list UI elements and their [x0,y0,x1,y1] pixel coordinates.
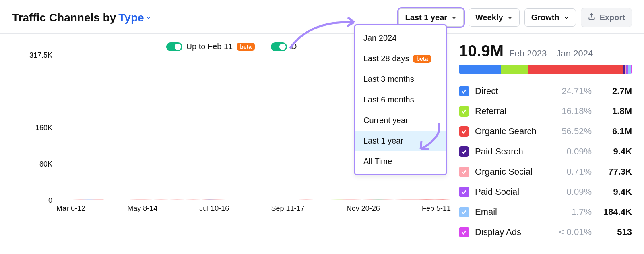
legend-value: 77.3K [592,167,632,177]
dropdown-item[interactable]: Last 6 months [355,90,446,110]
toggle-switch-icon [271,42,287,51]
header-bar: Traffic Channels by Type Last 1 year Wee… [0,0,644,34]
legend-name: Email [475,207,547,217]
legend-pct: 0.09% [547,146,592,157]
y-tick: 0 [48,196,52,205]
x-axis-labels: Mar 6-12 May 8-14 Jul 10-16 Sep 11-17 No… [56,204,451,213]
second-toggle-label: D [291,42,297,51]
legend-name: Organic Social [475,167,547,177]
export-label: Export [600,13,625,22]
legend-name: Referral [475,106,547,117]
checkbox-icon [459,207,469,217]
legend-value: 184.4K [592,207,632,217]
y-tick: 317.5K [29,51,52,60]
dropdown-item-label: Last 3 months [363,75,414,84]
share-bar-segment [628,65,631,74]
legend-list: Direct24.71%2.7MReferral16.18%1.8MOrgani… [459,81,632,242]
legend-row[interactable]: Organic Search56.52%6.1M [459,121,632,142]
y-tick: 160K [35,124,52,132]
legend-pct: < 0.01% [547,227,592,237]
dropdown-item[interactable]: Last 3 months [355,69,446,90]
legend-value: 9.4K [592,187,632,197]
legend-value: 2.7M [592,86,632,96]
beta-badge: beta [237,43,255,51]
dropdown-item-label: Jan 2024 [363,33,396,43]
interval-selector[interactable]: Weekly [469,8,520,27]
dropdown-item[interactable]: All Time [355,151,446,172]
dropdown-item[interactable]: Current year [355,110,446,131]
checkbox-icon [459,146,469,157]
dropdown-item-label: Last 28 days [363,54,409,63]
share-bar-segment [459,65,501,74]
checkbox-icon [459,126,469,137]
summary-panel: 10.9M Feb 2023 – Jan 2024 Direct24.71%2.… [455,42,632,242]
legend-name: Direct [475,86,547,96]
share-bar [459,65,632,74]
x-tick: Sep 11-17 [271,204,305,213]
legend-row[interactable]: Paid Search0.09%9.4K [459,142,632,162]
share-bar-segment [631,65,632,74]
x-tick: Jul 10-16 [199,204,229,213]
body: Up to Feb 11 beta D 317.5K 160K 80K 0 Ma… [0,34,644,246]
export-icon [588,12,596,23]
legend-value: 6.1M [592,126,632,137]
legend-name: Organic Search [475,126,547,137]
y-tick: 80K [39,160,52,169]
legend-pct: 0.71% [547,167,592,177]
timerange-label: Last 1 year [405,13,448,22]
share-bar-segment [501,65,528,74]
beta-badge: beta [413,55,431,63]
page-title: Traffic Channels by Type [12,11,151,24]
metric-label: Growth [531,13,559,22]
dropdown-item-label: Last 1 year [363,136,403,146]
checkbox-icon [459,227,469,237]
x-tick: Feb 5-11 [422,204,451,213]
dropdown-item[interactable]: Last 1 year [355,131,446,151]
legend-row[interactable]: Direct24.71%2.7M [459,81,632,101]
x-tick: Nov 20-26 [347,204,380,213]
legend-value: 513 [592,227,632,237]
uptodate-label: Up to Feb 11 [186,42,233,51]
total-range: Feb 2023 – Jan 2024 [509,48,593,59]
dropdown-item[interactable]: Jan 2024 [355,28,446,48]
legend-name: Paid Social [475,187,547,197]
legend-name: Paid Search [475,146,547,157]
uptodate-toggle[interactable]: Up to Feb 11 beta [166,42,255,51]
chevron-down-icon [507,15,513,21]
type-selector[interactable]: Type [118,11,151,24]
legend-value: 1.8M [592,106,632,117]
legend-pct: 16.18% [547,106,592,117]
interval-label: Weekly [475,13,503,22]
legend-row[interactable]: Display Ads< 0.01%513 [459,222,632,242]
chevron-down-icon [564,15,569,21]
title-prefix: Traffic Channels by [12,11,116,24]
share-bar-segment [528,65,624,74]
legend-pct: 1.7% [547,207,592,217]
chevron-down-icon [451,15,457,21]
total-row: 10.9M Feb 2023 – Jan 2024 [459,42,632,60]
legend-pct: 24.71% [547,86,592,96]
checkbox-icon [459,187,469,197]
second-toggle[interactable]: D [271,42,297,51]
legend-name: Display Ads [475,227,547,237]
legend-row[interactable]: Email1.7%184.4K [459,202,632,222]
chevron-down-icon [146,15,151,21]
metric-selector[interactable]: Growth [524,8,576,27]
legend-value: 9.4K [592,146,632,157]
legend-row[interactable]: Paid Social0.09%9.4K [459,182,632,202]
dropdown-item-label: Last 6 months [363,95,414,104]
x-tick: Mar 6-12 [56,204,85,213]
dropdown-item[interactable]: Last 28 daysbeta [355,48,446,69]
total-value: 10.9M [459,42,504,60]
dropdown-item-label: All Time [363,157,392,166]
dropdown-item-label: Current year [363,116,408,125]
legend-row[interactable]: Referral16.18%1.8M [459,101,632,121]
export-button[interactable]: Export [581,8,632,27]
type-label: Type [118,11,144,24]
checkbox-icon [459,106,469,117]
timerange-dropdown: Jan 2024Last 28 daysbetaLast 3 monthsLas… [354,24,447,175]
legend-row[interactable]: Organic Social0.71%77.3K [459,162,632,182]
x-tick: May 8-14 [127,204,157,213]
legend-pct: 0.09% [547,187,592,197]
checkbox-icon [459,167,469,177]
